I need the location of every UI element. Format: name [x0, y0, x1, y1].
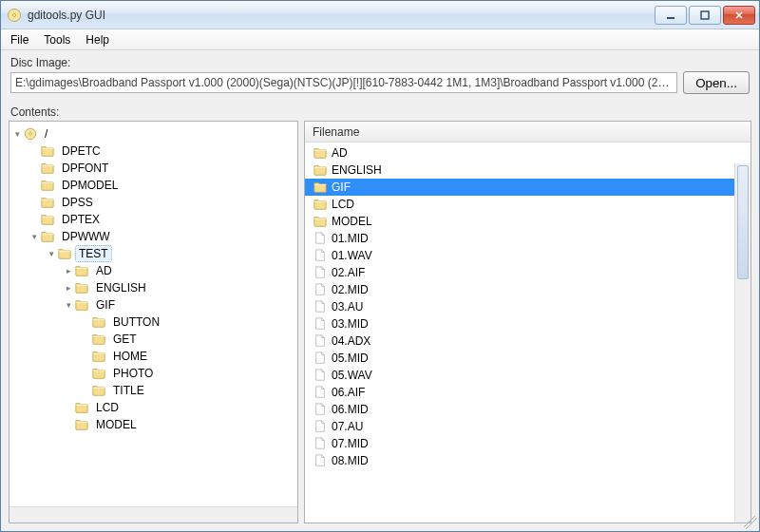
tree-item-label: PHOTO [110, 366, 156, 381]
list-item-label: 03.MID [332, 317, 369, 331]
file-icon [313, 249, 328, 262]
tree-row[interactable]: HOME [11, 348, 295, 365]
tree-row[interactable]: DPMODEL [11, 177, 295, 194]
folder-icon [91, 315, 106, 329]
folder-icon [91, 367, 106, 380]
list-item[interactable]: LCD [305, 196, 750, 213]
tree-row[interactable]: ▾GIF [11, 296, 295, 314]
list-item[interactable]: GIF [305, 179, 750, 196]
list-vscrollbar[interactable] [734, 163, 750, 522]
folder-icon [313, 146, 328, 160]
tree-row[interactable]: BUTTON [11, 314, 295, 331]
folder-icon [74, 281, 89, 294]
titlebar[interactable]: gditools.py GUI [1, 1, 759, 29]
window-title: gditools.py GUI [28, 9, 655, 22]
tree-item-label: BUTTON [110, 314, 162, 330]
folder-icon [57, 247, 72, 260]
list-item[interactable]: 02.MID [305, 281, 750, 298]
tree-toggle-icon[interactable]: ▾ [46, 249, 57, 258]
menubar: File Tools Help [1, 29, 759, 50]
file-icon [313, 352, 328, 365]
tree-item-label: TEST [76, 246, 111, 261]
list-item-label: 06.AIF [332, 386, 365, 399]
minimize-button[interactable] [655, 6, 687, 25]
tree-row[interactable]: GET [11, 331, 295, 348]
list-item-label: 03.AU [332, 300, 363, 314]
folder-icon [40, 162, 55, 175]
list-item[interactable]: 02.AIF [305, 264, 750, 281]
list-vscroll-thumb[interactable] [737, 165, 749, 279]
disc-image-path[interactable] [10, 72, 677, 93]
tree-row[interactable]: DPSS [11, 194, 295, 211]
list-item[interactable]: 06.AIF [305, 384, 750, 401]
tree-toggle-icon[interactable]: ▾ [28, 232, 40, 241]
folder-icon [40, 213, 55, 226]
tree-row[interactable]: ▾TEST [11, 245, 295, 262]
list-item[interactable]: 08.MID [305, 452, 750, 469]
tree-row[interactable]: ▾DPWWW [11, 228, 295, 245]
list-item[interactable]: 01.MID [305, 230, 750, 247]
tree-item-label: MODEL [93, 417, 140, 432]
list-item[interactable]: MODEL [305, 213, 750, 230]
tree-toggle-icon[interactable]: ▸ [63, 283, 74, 293]
list-item[interactable]: ENGLISH [305, 162, 750, 179]
tree-row[interactable]: ▸ENGLISH [11, 279, 295, 296]
tree-item-label: DPFONT [59, 161, 111, 176]
folder-icon [74, 264, 89, 277]
file-icon [313, 283, 328, 296]
maximize-button[interactable] [689, 6, 721, 25]
list-item[interactable]: 04.ADX [305, 332, 750, 350]
menu-tools[interactable]: Tools [36, 31, 78, 48]
tree-toggle-icon[interactable]: ▾ [63, 300, 74, 310]
list-item-label: 01.MID [332, 232, 369, 245]
tree-row[interactable]: DPETC [11, 142, 295, 160]
open-button[interactable]: Open... [683, 71, 750, 94]
tree-toggle-icon[interactable]: ▾ [11, 129, 23, 139]
tree-scroll[interactable]: ▾/DPETCDPFONTDPMODELDPSSDPTEX▾DPWWW▾TEST… [10, 122, 297, 506]
window-controls [655, 6, 755, 25]
tree-row[interactable]: PHOTO [11, 365, 295, 382]
list-item[interactable]: 03.MID [305, 315, 750, 332]
folder-icon [313, 180, 328, 194]
filename-header-text: Filename [313, 125, 359, 139]
tree-row[interactable]: MODEL [11, 416, 295, 433]
list-item[interactable]: 07.AU [305, 418, 750, 435]
list-item-label: ENGLISH [332, 163, 382, 177]
list-item[interactable]: 03.AU [305, 298, 750, 315]
list-item[interactable]: 05.WAV [305, 367, 750, 384]
folder-icon [91, 384, 106, 397]
tree-row[interactable]: LCD [11, 399, 295, 416]
tree-row[interactable]: ▸AD [11, 262, 295, 279]
menu-help[interactable]: Help [78, 31, 117, 48]
resize-grip[interactable] [744, 516, 757, 529]
tree-row[interactable]: TITLE [11, 382, 295, 399]
folder-icon [40, 144, 55, 158]
tree-pane: ▾/DPETCDPFONTDPMODELDPSSDPTEX▾DPWWW▾TEST… [9, 121, 298, 523]
tree-item-label: AD [93, 263, 115, 278]
tree-item-label: LCD [93, 400, 122, 415]
list-item[interactable]: 01.WAV [305, 247, 750, 264]
list-pane: Filename ADENGLISHGIFLCDMODEL01.MID01.WA… [304, 121, 751, 523]
file-icon [313, 386, 328, 399]
tree-row[interactable]: DPTEX [11, 211, 295, 228]
close-button[interactable] [723, 6, 755, 25]
folder-icon [91, 350, 106, 363]
file-icon [313, 454, 328, 467]
folder-icon [313, 163, 328, 177]
list-item[interactable]: 06.MID [305, 401, 750, 418]
tree-row[interactable]: DPFONT [11, 160, 295, 177]
filename-column-header[interactable]: Filename [305, 122, 750, 142]
tree-hscrollbar[interactable] [10, 506, 297, 522]
list-item[interactable]: 07.MID [305, 435, 750, 452]
tree-item-label: GET [110, 332, 140, 347]
cd-icon [23, 127, 38, 141]
folder-icon [40, 230, 55, 243]
list-item-label: AD [332, 146, 348, 160]
file-icon [313, 300, 328, 314]
list-scroll[interactable]: ADENGLISHGIFLCDMODEL01.MID01.WAV02.AIF02… [305, 142, 750, 522]
tree-row[interactable]: ▾/ [11, 125, 295, 142]
list-item[interactable]: 05.MID [305, 350, 750, 367]
menu-file[interactable]: File [3, 31, 36, 48]
tree-toggle-icon[interactable]: ▸ [63, 266, 74, 276]
list-item[interactable]: AD [305, 144, 750, 162]
